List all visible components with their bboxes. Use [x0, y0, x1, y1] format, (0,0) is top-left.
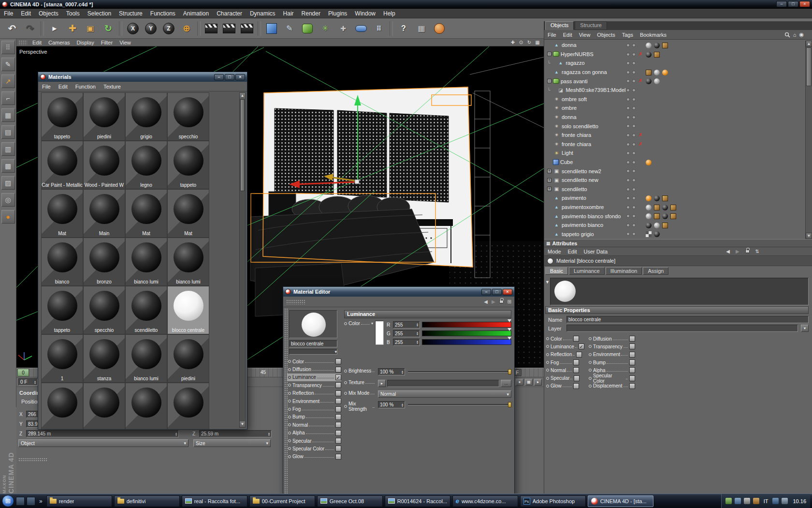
- ball-gray-tag-icon[interactable]: [646, 205, 652, 210]
- ball-dark-tag-icon[interactable]: [654, 231, 660, 237]
- start-button[interactable]: ⊞: [2, 495, 14, 507]
- material-item-blocco-centrale[interactable]: blocco centrale: [167, 286, 209, 334]
- object-row-tappeto-grigio[interactable]: ▲tappeto grigio: [544, 229, 806, 239]
- diffusion-checkbox[interactable]: [629, 336, 635, 342]
- taskbar-button-render[interactable]: render: [46, 495, 112, 507]
- normal-checkbox[interactable]: [573, 367, 579, 373]
- material-item-piedini[interactable]: piedini: [167, 334, 209, 383]
- render-visibility-dot[interactable]: [632, 79, 636, 83]
- specular-checkbox[interactable]: [574, 375, 580, 381]
- render-settings-button[interactable]: [239, 20, 255, 37]
- environment-checkbox[interactable]: [335, 398, 341, 404]
- left-tool-button[interactable]: ▨: [1, 176, 15, 190]
- scroll-down-icon[interactable]: ▼: [806, 233, 812, 239]
- channel-row-color[interactable]: Color: [287, 358, 341, 365]
- quick-launch-icon[interactable]: [27, 497, 35, 506]
- expander-icon[interactable]: +: [547, 178, 551, 182]
- tab-objects[interactable]: Objects: [545, 21, 574, 30]
- expander-icon[interactable]: −: [547, 79, 551, 83]
- left-tool-button[interactable]: ▦: [1, 108, 15, 122]
- ball-dark-tag-icon[interactable]: [662, 213, 668, 219]
- toggle-views-icon[interactable]: ▦: [534, 40, 541, 45]
- material-item-specchio[interactable]: specchio: [167, 92, 209, 141]
- render-visibility-dot[interactable]: [632, 61, 636, 65]
- object-row-cube[interactable]: Cube: [544, 158, 806, 167]
- color-checkbox[interactable]: [573, 336, 579, 342]
- taskbar-button-r0014624-raccol[interactable]: R0014624 - Raccol...: [385, 495, 450, 507]
- render-visibility-dot[interactable]: [632, 169, 636, 173]
- left-tool-button[interactable]: ▩: [1, 159, 15, 173]
- add-hypernurbs-button[interactable]: [299, 20, 316, 37]
- glow-checkbox[interactable]: [573, 383, 579, 389]
- render-visibility-dot[interactable]: [632, 134, 636, 137]
- mix-mode-dropdown[interactable]: Normal▾: [378, 390, 511, 398]
- tray-icon[interactable]: [744, 498, 750, 504]
- materials-menu-function[interactable]: Function: [72, 83, 100, 90]
- ball-gray-tag-icon[interactable]: [646, 213, 652, 219]
- ball-gray-tag-icon[interactable]: [654, 223, 660, 228]
- grid-icon[interactable]: ⊞: [508, 299, 511, 304]
- collapse-triangle-icon[interactable]: ▼: [545, 280, 550, 284]
- attr-tab-basic[interactable]: Basic: [545, 267, 568, 275]
- record-keyframe-icon[interactable]: ●: [516, 379, 523, 386]
- rotate-tool-button[interactable]: ↻: [100, 20, 116, 37]
- visibility-dot[interactable]: [626, 116, 630, 119]
- object-row-fronte-chiara[interactable]: ✳fronte chiara✗: [544, 131, 806, 140]
- editor-material-name[interactable]: blocco centrale: [289, 340, 337, 347]
- channel-row-normal[interactable]: Normal: [287, 421, 341, 429]
- scroll-up-icon[interactable]: ▲: [806, 41, 812, 47]
- visibility-dot[interactable]: [626, 44, 630, 47]
- zoom-view-icon[interactable]: ⊙: [518, 40, 524, 45]
- transparency-checkbox[interactable]: [629, 344, 635, 349]
- visibility-dot[interactable]: [626, 196, 630, 200]
- material-item-piedini[interactable]: piedini: [83, 92, 125, 141]
- material-item[interactable]: [125, 383, 167, 429]
- material-item-tappeto[interactable]: tappeto: [167, 141, 209, 189]
- scroll-down-icon[interactable]: ▼: [240, 421, 245, 427]
- material-item[interactable]: [41, 383, 83, 429]
- material-item-specchio[interactable]: specchio: [83, 286, 125, 334]
- expander-icon[interactable]: +: [547, 169, 551, 173]
- environment-checkbox[interactable]: [629, 352, 635, 358]
- texture-browse-button[interactable]: ...: [501, 380, 511, 387]
- visibility-dot[interactable]: [626, 134, 630, 137]
- visibility-dot[interactable]: [626, 124, 630, 128]
- history-back-icon[interactable]: ◀: [726, 249, 730, 254]
- search-icon[interactable]: [784, 32, 790, 38]
- language-indicator[interactable]: IT: [762, 498, 770, 504]
- channel-row-alpha[interactable]: Alpha: [287, 429, 341, 437]
- channel-row-glow[interactable]: Glow: [287, 453, 341, 461]
- materials-menu-texture[interactable]: Texture: [100, 83, 125, 90]
- scroll-up-icon[interactable]: ▲: [240, 93, 245, 99]
- close-button[interactable]: ×: [235, 74, 245, 80]
- object-row-solo-scendiletto[interactable]: ✳solo scendiletto: [544, 121, 806, 131]
- menu-functions[interactable]: Functions: [146, 9, 179, 18]
- render-visibility-dot[interactable]: [632, 44, 636, 47]
- lock-icon[interactable]: [499, 300, 504, 303]
- render-visibility-dot[interactable]: [632, 214, 636, 218]
- viewport-menu-cameras[interactable]: Cameras: [45, 40, 73, 45]
- material-preview-box[interactable]: [550, 278, 809, 305]
- object-row-donna[interactable]: ▲donna: [544, 41, 806, 50]
- render-visibility-dot[interactable]: [632, 89, 636, 92]
- menu-objects[interactable]: Objects: [35, 9, 62, 18]
- object-row-ombre-soft[interactable]: ✳ombre soft: [544, 95, 806, 104]
- viewport-menu-edit[interactable]: Edit: [29, 40, 45, 45]
- material-item-main[interactable]: Main: [83, 189, 125, 238]
- menu-render[interactable]: Render: [298, 9, 324, 18]
- channel-row-specular[interactable]: Specular: [287, 437, 341, 445]
- panel-grip[interactable]: [286, 299, 305, 304]
- cube-tag-icon[interactable]: [654, 205, 660, 210]
- network-icon[interactable]: [782, 498, 788, 504]
- object-row-fronte-chiara[interactable]: ✳fronte chiara✗: [544, 140, 806, 149]
- taskbar-button-greece-oct-08[interactable]: Greece Oct.08: [317, 495, 383, 507]
- cube-tag-icon[interactable]: [662, 223, 668, 228]
- snap-settings-button[interactable]: ▦: [413, 20, 430, 37]
- texture-expand-button[interactable]: ▸: [378, 380, 386, 387]
- object-row-scendiletto[interactable]: +▣scendiletto: [544, 185, 806, 194]
- material-item-wood-painted-w[interactable]: Wood - Painted W: [83, 141, 125, 189]
- object-row-pavimento[interactable]: ▲pavimento: [544, 194, 806, 203]
- material-item-bianco[interactable]: bianco: [41, 238, 83, 286]
- layer-dropdown-button[interactable]: ▾: [801, 325, 809, 332]
- ball-gray-tag-icon[interactable]: [654, 78, 660, 84]
